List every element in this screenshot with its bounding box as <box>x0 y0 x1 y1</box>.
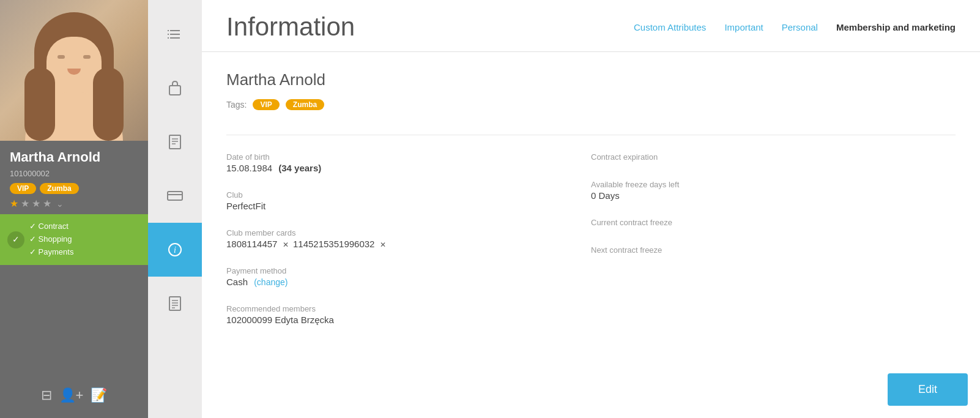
tag-vip: VIP <box>10 183 36 194</box>
info-right: Contract expiration Available freeze day… <box>591 152 956 325</box>
header-tabs: Custom Attributes Important Personal Mem… <box>634 22 956 32</box>
info-grid: Date of birth 15.08.1984 (34 years) Club… <box>226 152 956 325</box>
club-label: Club <box>226 190 591 200</box>
tab-membership-marketing[interactable]: Membership and marketing <box>836 22 956 32</box>
card2: 1145215351996032 <box>293 239 374 249</box>
freeze-days-row: Available freeze days left 0 Days <box>591 180 956 201</box>
icon-column: i <box>148 0 202 418</box>
star-1: ★ <box>10 198 18 209</box>
nav-list-icon[interactable] <box>148 7 202 61</box>
payment-value: Cash (change) <box>226 277 591 287</box>
info-left: Date of birth 15.08.1984 (34 years) Club… <box>226 152 591 325</box>
contract-exp-row: Contract expiration <box>591 152 956 163</box>
recommended-label: Recommended members <box>226 304 591 313</box>
tag-zumba-main: Zumba <box>286 99 324 110</box>
dob-date: 15.08.1984 <box>226 163 272 173</box>
cards-row: Club member cards 1808114457 ✕ 114521535… <box>226 228 591 249</box>
card1: 1808114457 <box>226 239 277 249</box>
status-contract: ✓ Contract <box>29 220 138 233</box>
sidebar-member-id: 101000002 <box>10 169 138 178</box>
main-content: Information Custom Attributes Important … <box>202 0 980 418</box>
card2-delete[interactable]: ✕ <box>380 241 386 249</box>
avatar <box>0 0 148 141</box>
nav-doc-icon[interactable] <box>148 115 202 169</box>
content-body: Martha Arnold Tags: VIP Zumba Date of bi… <box>202 52 980 418</box>
dob-row: Date of birth 15.08.1984 (34 years) <box>226 152 591 173</box>
next-freeze-row: Next contract freeze <box>591 245 956 256</box>
star-2: ★ <box>21 198 29 209</box>
status-payments: ✓ Payments <box>29 246 138 259</box>
svg-rect-6 <box>169 86 180 95</box>
recommended-row: Recommended members 102000099 Edyta Brzę… <box>226 304 591 325</box>
next-freeze-label: Next contract freeze <box>591 245 956 255</box>
nav-report-icon[interactable] <box>148 277 202 330</box>
sidebar-member-name: Martha Arnold <box>10 149 138 165</box>
status-bar: ✓ ✓ Contract ✓ Shopping ✓ Payments <box>0 214 148 264</box>
barcode-icon[interactable]: ⊟ <box>41 387 52 403</box>
current-freeze-row: Current contract freeze <box>591 218 956 228</box>
sidebar-tags: VIP Zumba <box>10 183 138 194</box>
recommended-value[interactable]: 102000099 Edyta Brzęcka <box>226 315 591 325</box>
svg-rect-7 <box>169 135 180 149</box>
payment-label: Payment method <box>226 266 591 275</box>
cards-label: Club member cards <box>226 228 591 237</box>
svg-text:i: i <box>174 245 176 255</box>
bottom-actions: ⊟ 👤+ 📝 <box>34 380 115 411</box>
contract-exp-label: Contract expiration <box>591 152 956 162</box>
divider <box>226 135 956 135</box>
tab-custom-attributes[interactable]: Custom Attributes <box>634 22 706 32</box>
freeze-days-number: 0 Days <box>591 190 620 201</box>
member-full-name: Martha Arnold <box>226 70 956 89</box>
dob-value: 15.08.1984 (34 years) <box>226 163 591 173</box>
tab-important[interactable]: Important <box>724 22 763 32</box>
freeze-days-value: 0 Days <box>591 190 956 201</box>
club-value: PerfectFit <box>226 201 591 211</box>
nav-bag-icon[interactable] <box>148 61 202 115</box>
nav-info-icon[interactable]: i <box>148 223 202 277</box>
tag-vip-main: VIP <box>253 99 279 110</box>
svg-rect-11 <box>168 192 182 200</box>
sidebar-bottom: ⊟ 👤+ 📝 <box>0 265 148 418</box>
nav-card-icon[interactable] <box>148 169 202 223</box>
club-row: Club PerfectFit <box>226 190 591 211</box>
rating-dropdown-icon[interactable]: ⌄ <box>56 199 64 209</box>
star-4: ★ <box>43 198 51 209</box>
card1-delete[interactable]: ✕ <box>283 241 291 249</box>
freeze-days-label: Available freeze days left <box>591 180 956 189</box>
tags-label: Tags: <box>226 100 247 110</box>
payment-method: Cash <box>226 277 248 287</box>
dob-age: (34 years) <box>278 163 321 173</box>
star-3: ★ <box>32 198 40 209</box>
status-shopping: ✓ Shopping <box>29 233 138 246</box>
cards-value: 1808114457 ✕ 1145215351996032 ✕ <box>226 239 591 249</box>
page-title: Information <box>226 12 634 42</box>
current-freeze-label: Current contract freeze <box>591 218 956 227</box>
page-header: Information Custom Attributes Important … <box>202 0 980 52</box>
edit-button[interactable]: Edit <box>888 373 968 406</box>
change-payment-link[interactable]: (change) <box>254 277 288 287</box>
star-rating[interactable]: ★ ★ ★ ★ ⌄ <box>10 198 138 209</box>
payment-row: Payment method Cash (change) <box>226 266 591 287</box>
member-info-panel: Martha Arnold 101000002 VIP Zumba ★ ★ ★ … <box>0 141 148 214</box>
add-person-icon[interactable]: 👤+ <box>59 387 84 403</box>
sidebar: Martha Arnold 101000002 VIP Zumba ★ ★ ★ … <box>0 0 148 418</box>
tag-zumba: Zumba <box>40 183 78 194</box>
tags-row: Tags: VIP Zumba <box>226 99 956 110</box>
dob-label: Date of birth <box>226 152 591 162</box>
tab-personal[interactable]: Personal <box>782 22 818 32</box>
add-doc-icon[interactable]: 📝 <box>91 387 107 403</box>
status-check-icon: ✓ <box>7 231 24 248</box>
